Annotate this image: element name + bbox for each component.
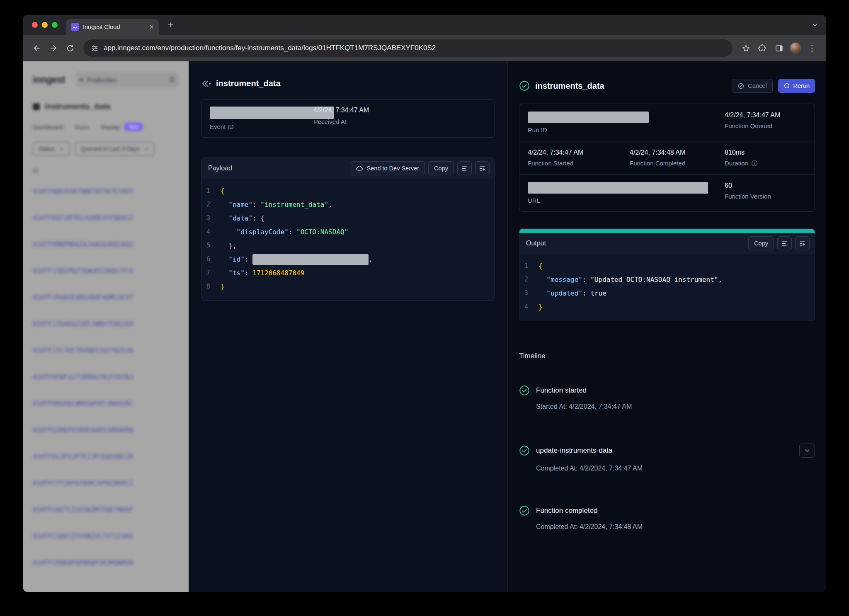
tab-runs[interactable]: Runs: [75, 124, 89, 131]
time-filter-dropdown[interactable]: Queued in Last 3 Days: [75, 142, 155, 156]
tab-title: Inngest Cloud: [83, 24, 146, 30]
run-id-item[interactable]: 01HTFHYWF32T5B9HGT01F58TBJ: [33, 364, 179, 390]
code-token: "data": [221, 211, 252, 225]
output-copy-button[interactable]: Copy: [748, 236, 774, 250]
tab-replay[interactable]: Replay New: [101, 123, 143, 131]
rerun-button[interactable]: Rerun: [778, 79, 815, 93]
send-to-dev-server-button[interactable]: Send to Dev Server: [350, 161, 425, 175]
run-id-item[interactable]: 01HTFCWZ7CZ2X3AZM75QEYNH8F: [33, 497, 179, 523]
line-number: 2: [201, 198, 221, 211]
code-token: {: [260, 211, 264, 225]
code-token: 1712068487049: [252, 266, 304, 280]
started-label: Function Started: [528, 160, 613, 167]
code-token: "message": [539, 273, 582, 286]
line-number: 6: [201, 252, 221, 266]
run-id-item[interactable]: 01HTFJ3B5PBZ7EWGK5Z086JYC8: [33, 258, 179, 284]
timeline-expand-button[interactable]: [799, 444, 815, 458]
run-id-item[interactable]: 01HTFCR9KAPQP0R8PZK3MQNMX8: [33, 550, 179, 576]
browser-window: Inngest Cloud × + app.inngest.com/env/pr…: [23, 15, 826, 592]
profile-avatar[interactable]: [787, 40, 804, 56]
run-id-label: Run ID: [528, 126, 708, 133]
output-expand-button[interactable]: [795, 236, 810, 250]
rerun-refresh-icon: [784, 82, 790, 89]
url-text[interactable]: app.inngest.com/env/production/functions…: [104, 44, 436, 52]
run-panel: instruments_data Cancel Rerun Run ID: [508, 61, 826, 592]
line-number: 1: [519, 259, 539, 273]
send-to-dev-server-label: Send to Dev Server: [367, 165, 420, 172]
line-number: 3: [519, 286, 539, 300]
line-number: 3: [201, 211, 221, 225]
bookmark-star-icon[interactable]: [737, 40, 754, 56]
cancel-circle-icon: [737, 82, 745, 90]
line-number: 4: [201, 225, 221, 239]
forward-button[interactable]: [45, 40, 62, 56]
payload-expand-button[interactable]: [475, 161, 490, 175]
run-id-item[interactable]: 01HTFN86XV8CXW87857W7E39DY: [33, 178, 179, 205]
code-line: 4}: [519, 300, 815, 314]
code-token: :: [245, 266, 252, 280]
url-bar[interactable]: app.inngest.com/env/production/functions…: [83, 39, 733, 57]
url-label: URL: [528, 197, 708, 204]
code-token: ,: [369, 252, 373, 266]
run-id-item[interactable]: 01HTFKMBPMD0ZAJ4AG04K03A02: [33, 231, 179, 258]
run-id-item[interactable]: 01HTFJ7DA6Q2385JWNH7E8Q2Q0: [33, 311, 179, 337]
environment-status-dot-icon: [80, 78, 83, 81]
code-line: 1{: [519, 259, 815, 273]
payload-wrap-lines-button[interactable]: [457, 161, 472, 175]
payload-copy-label: Copy: [434, 165, 448, 172]
sidebar: inngest Production instrumen: [23, 61, 189, 592]
back-button[interactable]: [29, 40, 45, 56]
tab-dashboard[interactable]: Dashboard: [33, 124, 63, 131]
run-id-item[interactable]: 01HTFC5Q07ZYVXNZVC7VT1Z4K6: [33, 523, 179, 550]
browser-tab[interactable]: Inngest Cloud ×: [66, 19, 159, 35]
new-tab-button[interactable]: +: [164, 18, 178, 32]
tab-search-chevron-icon[interactable]: [811, 21, 819, 29]
output-wrap-lines-button[interactable]: [777, 236, 792, 250]
code-token: "OCTO:NASDAQ": [296, 225, 348, 239]
run-id-item[interactable]: 01HTFCYYZ0YGY0DKJVP82NKXCZ: [33, 470, 179, 497]
run-id-item[interactable]: 01HTFG38KPQ5R9EAA8938RARRN: [33, 417, 179, 444]
code-token: "instrument_data": [260, 198, 328, 211]
cancel-button[interactable]: Cancel: [732, 79, 772, 93]
line-number: 2: [519, 273, 539, 286]
run-id-item[interactable]: 01HTFKQT1M7RSJQABEXYF0K0S2: [33, 205, 179, 231]
minimize-window-button[interactable]: [42, 22, 48, 28]
event-icon: [201, 80, 211, 88]
run-details-card: Run ID 4/2/24, 7:34:47 AM Function Queue…: [519, 104, 815, 212]
browser-menu-kebab-icon[interactable]: ⋮: [804, 40, 820, 56]
duration-value: 810ms: [725, 149, 806, 156]
tab-close-icon[interactable]: ×: [149, 23, 154, 31]
run-id-item[interactable]: 01HTFJ94AVE08Q48AF4DM13E9T: [33, 284, 179, 311]
code-token: "updated": [539, 286, 582, 300]
output-code: 1{2 "message": "Updated OCTO:NASDAQ inst…: [519, 254, 815, 321]
status-filter-dropdown[interactable]: Status: [33, 142, 70, 156]
close-window-button[interactable]: [32, 22, 38, 28]
queued-label: Function Queued: [725, 122, 806, 129]
payload-copy-button[interactable]: Copy: [428, 161, 454, 175]
code-line: 6 "id": ,: [201, 252, 495, 266]
run-id-item[interactable]: 01HTFH9GR0CWNHSWY8T3NAVGRC: [33, 390, 179, 417]
site-settings-icon[interactable]: [91, 44, 99, 52]
extensions-icon[interactable]: [754, 40, 771, 56]
payload-code: 1{2 "name": "instrument_data",3 "data": …: [201, 179, 495, 301]
timeline-item-label: Function completed: [536, 507, 597, 515]
environment-selector[interactable]: Production: [76, 72, 179, 87]
event-title: instrument_data: [216, 79, 281, 88]
status-filter-label: Status: [39, 146, 55, 152]
line-number: 8: [201, 280, 221, 293]
check-circle-icon: [519, 505, 530, 516]
output-copy-label: Copy: [754, 240, 768, 247]
line-number: 4: [519, 300, 539, 314]
line-number: 1: [201, 184, 221, 198]
code-token: :: [252, 198, 260, 211]
run-id-item[interactable]: 01HTFJ7C7HF7RVN051Q3Y0Z53A: [33, 337, 179, 364]
reload-button[interactable]: [62, 40, 78, 56]
browser-toolbar: app.inngest.com/env/production/functions…: [23, 35, 826, 61]
line-number: 5: [201, 239, 221, 252]
code-line: 2 "name": "instrument_data",: [201, 198, 495, 211]
info-icon[interactable]: [751, 160, 758, 167]
side-panel-icon[interactable]: [771, 40, 787, 56]
event-id-label: Event ID: [210, 123, 313, 130]
zoom-window-button[interactable]: [52, 22, 58, 28]
run-id-item[interactable]: 01HTFEG3FVJP7FZJP7EA5KN3JR: [33, 444, 179, 470]
